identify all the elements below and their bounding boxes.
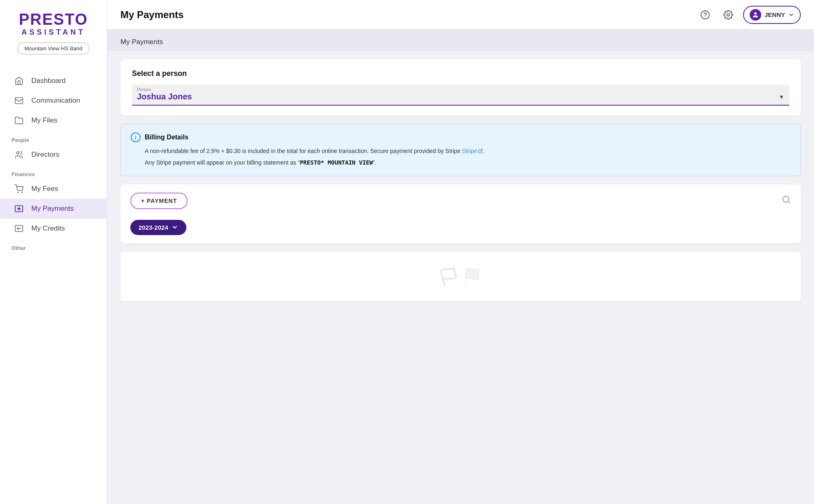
dollar-tag-icon xyxy=(12,224,26,233)
chevron-down-icon xyxy=(788,12,794,18)
app-logo: PRESTO xyxy=(19,12,88,27)
sidebar-label-mypayments: My Payments xyxy=(31,205,74,213)
select-dropdown-arrow: ▼ xyxy=(779,94,784,100)
sidebar-item-myfees[interactable]: My Fees xyxy=(0,179,107,199)
sidebar-nav: Dashboard Communication My Files People xyxy=(0,63,107,504)
user-avatar xyxy=(750,9,761,21)
svg-point-3 xyxy=(21,192,22,193)
sidebar-item-dashboard[interactable]: Dashboard xyxy=(0,71,107,91)
content-area: Select a person Person Joshua Jones ▼ i … xyxy=(107,51,814,309)
section-finances: Finances xyxy=(0,165,107,179)
year-selector-area: 2023-2024 xyxy=(130,215,791,235)
svg-point-2 xyxy=(17,192,18,193)
section-header: My Payments xyxy=(107,30,814,51)
person-value-row: Joshua Jones ▼ xyxy=(137,92,784,101)
year-chevron-down-icon xyxy=(172,224,178,231)
sidebar-label-dashboard: Dashboard xyxy=(31,77,66,85)
section-other: Other xyxy=(0,238,107,253)
top-bar-actions: JENNY xyxy=(697,6,801,24)
settings-button[interactable] xyxy=(720,7,736,23)
page-title: My Payments xyxy=(120,9,184,21)
external-link-icon xyxy=(478,148,483,153)
user-badge[interactable]: JENNY xyxy=(743,6,801,24)
billing-title: Billing Details xyxy=(145,134,188,141)
action-row: + PAYMENT xyxy=(130,193,791,209)
help-button[interactable] xyxy=(697,7,713,23)
person-select-container: Person Joshua Jones ▼ xyxy=(132,85,789,106)
svg-point-11 xyxy=(727,14,729,16)
svg-rect-0 xyxy=(15,98,23,104)
flag-icon-area xyxy=(439,266,482,286)
stripe-link[interactable]: Stripe xyxy=(462,146,483,155)
payment-action-card: + PAYMENT 2023-2024 xyxy=(120,184,801,243)
svg-line-16 xyxy=(443,280,445,286)
sidebar-item-mycredits[interactable]: My Credits xyxy=(0,219,107,238)
sidebar-item-directors[interactable]: Directors xyxy=(0,145,107,165)
search-icon xyxy=(782,195,791,204)
billing-header: i Billing Details xyxy=(131,132,790,142)
app-subtitle: ASSISTANT xyxy=(21,28,85,37)
empty-state-area xyxy=(120,252,801,301)
sidebar-label-directors: Directors xyxy=(31,151,59,159)
select-person-card: Select a person Person Joshua Jones ▼ xyxy=(120,59,801,115)
search-button[interactable] xyxy=(782,195,791,206)
svg-line-15 xyxy=(788,202,790,203)
sidebar-label-communication: Communication xyxy=(31,97,80,105)
flag-filled-icon xyxy=(462,266,482,286)
svg-point-7 xyxy=(17,228,19,229)
svg-point-1 xyxy=(17,152,19,154)
dollar-box-icon xyxy=(12,204,26,213)
cart-icon xyxy=(12,184,26,193)
person-select-box[interactable]: Person Joshua Jones ▼ xyxy=(132,85,789,106)
person-value: Joshua Jones xyxy=(137,92,192,101)
user-name: JENNY xyxy=(765,11,785,18)
svg-point-12 xyxy=(754,12,756,14)
sidebar-item-communication[interactable]: Communication xyxy=(0,91,107,111)
section-people: People xyxy=(0,130,107,145)
home-icon xyxy=(12,76,26,85)
flag-icon xyxy=(437,264,461,288)
year-selector-button[interactable]: 2023-2024 xyxy=(130,220,186,235)
folder-icon xyxy=(12,116,26,125)
sidebar-item-mypayments[interactable]: My Payments xyxy=(0,199,107,219)
year-label: 2023-2024 xyxy=(139,224,168,231)
org-badge[interactable]: Mountain View HS Band xyxy=(17,42,89,54)
sidebar: PRESTO ASSISTANT Mountain View HS Band D… xyxy=(0,0,107,504)
logo-area: PRESTO ASSISTANT Mountain View HS Band xyxy=(0,12,107,63)
page-body: My Payments Select a person Person Joshu… xyxy=(107,30,814,504)
select-person-title: Select a person xyxy=(132,69,789,78)
info-icon: i xyxy=(131,132,141,142)
add-payment-button[interactable]: + PAYMENT xyxy=(130,193,188,209)
svg-line-13 xyxy=(480,149,482,152)
billing-line2: Any Stripe payment will appear on your b… xyxy=(145,158,790,167)
sidebar-label-mycredits: My Credits xyxy=(31,224,65,233)
sidebar-item-myfiles[interactable]: My Files xyxy=(0,111,107,130)
person-label: Person xyxy=(137,87,784,92)
top-bar: My Payments xyxy=(107,0,814,30)
envelope-icon xyxy=(12,96,26,105)
sidebar-label-myfiles: My Files xyxy=(31,116,57,125)
sidebar-label-myfees: My Fees xyxy=(31,185,58,193)
main-content: My Payments xyxy=(107,0,814,504)
person-group-icon xyxy=(12,150,26,159)
billing-line1: A non-refundable fee of 2.9% + $0.30 is … xyxy=(145,146,790,155)
billing-card: i Billing Details A non-refundable fee o… xyxy=(120,124,801,176)
